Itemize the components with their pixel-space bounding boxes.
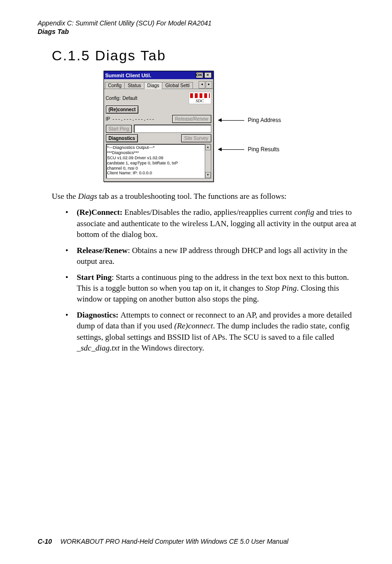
page-number: C-10 <box>38 538 52 545</box>
tab-status[interactable]: Status <box>124 82 144 89</box>
figure-area: Summit Client Util. OK × Config Status D… <box>38 71 364 182</box>
intro-paragraph: Use the Diags tab as a troubleshooting t… <box>52 191 364 202</box>
close-button[interactable]: × <box>204 72 212 78</box>
sdc-logo: SDC <box>189 92 211 104</box>
text: in the Windows directory. <box>120 343 204 352</box>
intro-italic: Diags <box>78 192 97 201</box>
dialog-body: Config: Default SDC (Re)connect IP ---.-… <box>104 89 213 181</box>
annotation-ping-address: Ping Address <box>218 117 281 123</box>
header-line2: Diags Tab <box>38 27 364 36</box>
output-scrollbar[interactable]: ▴ ▾ <box>205 144 211 178</box>
ital: _sdc_diag.txt <box>77 343 120 352</box>
arrow-left-icon <box>218 149 244 150</box>
ok-button[interactable]: OK <box>196 72 203 78</box>
tab-diags[interactable]: Diags <box>144 82 163 89</box>
site-survey-button[interactable]: Site Survey <box>181 134 211 142</box>
tab-nav-right-icon[interactable]: ▸ <box>206 81 212 89</box>
ital: Stop Ping <box>265 284 297 293</box>
tab-config[interactable]: Config <box>105 82 125 89</box>
scu-dialog: Summit Client Util. OK × Config Status D… <box>104 71 214 182</box>
term-diagnostics: Diagnostics: <box>77 311 120 319</box>
output-line: SCU v1.02.09 Driver v1.02.09 <box>107 155 210 161</box>
diagnostics-button[interactable]: Diagnostics <box>106 134 138 142</box>
term-reconnect: (Re)Connect: <box>77 208 125 217</box>
config-value: Default <box>122 96 137 101</box>
header-line1: Appendix C: Summit Client Utility (SCU) … <box>38 19 364 27</box>
tab-nav-left-icon[interactable]: ◂ <box>199 81 205 89</box>
scroll-down-icon[interactable]: ▾ <box>205 172 211 178</box>
section-heading: C.1.5 Diags Tab <box>52 48 364 64</box>
annotation-ping-results: Ping Results <box>218 146 280 153</box>
annotation-label: Ping Address <box>248 117 281 123</box>
list-item: Start Ping: Starts a continuous ping to … <box>64 272 364 305</box>
output-line: channel 0, rssi 0 <box>107 166 210 171</box>
output-line: ***Diagnostics*** <box>107 150 210 155</box>
page-footer: C-10 WORKABOUT PRO Hand-Held Computer Wi… <box>38 538 364 545</box>
list-item: Diagnostics: Attempts to connect or reco… <box>64 310 364 354</box>
diagnostics-output: *---Diagnostics Output---* ***Diagnostic… <box>106 144 211 179</box>
output-line: cardstate 1, eapType 0, bitRate 0, txP <box>107 161 210 166</box>
output-line: *---Diagnostics Output---* <box>107 145 210 150</box>
scroll-up-icon[interactable]: ▴ <box>205 144 211 150</box>
dialog-title: Summit Client Util. <box>105 73 152 78</box>
sdc-logo-text: SDC <box>189 98 211 103</box>
start-ping-button[interactable]: Start Ping <box>106 125 132 133</box>
intro-text-b: tab as a troubleshooting tool. The funct… <box>97 192 286 201</box>
titlebar: Summit Client Util. OK × <box>104 71 213 79</box>
term-start-ping: Start Ping <box>77 273 112 282</box>
release-renew-button[interactable]: Release/Renew <box>172 115 211 123</box>
term-release-renew: Release/Renew <box>77 246 128 255</box>
ital: (Re)connect <box>174 321 213 330</box>
list-item: (Re)Connect: Enables/Disables the radio,… <box>64 207 364 240</box>
page-header: Appendix C: Summit Client Utility (SCU) … <box>38 19 364 36</box>
ital: config <box>294 208 314 217</box>
footer-title: WORKABOUT PRO Hand-Held Computer With Wi… <box>60 538 288 545</box>
text: Enables/Disables the radio, applies/reap… <box>125 208 295 217</box>
arrow-left-icon <box>218 120 244 121</box>
output-line: Client Name: IP: 0.0.0.0 <box>107 171 210 176</box>
ping-address-input[interactable] <box>134 124 211 133</box>
reconnect-button[interactable]: (Re)connect <box>106 106 139 114</box>
list-item: Release/Renew: Obtains a new IP address … <box>64 245 364 267</box>
ip-value: ---.---.---.--- <box>112 116 154 122</box>
intro-text-a: Use the <box>52 192 78 201</box>
tabstrip: Config Status Diags Global Setti ◂ ▸ <box>104 79 213 89</box>
tab-global-settings[interactable]: Global Setti <box>162 82 193 89</box>
config-label: Config: <box>106 96 121 101</box>
ip-label: IP <box>106 116 110 122</box>
annotation-label: Ping Results <box>248 146 280 153</box>
bullet-list: (Re)Connect: Enables/Disables the radio,… <box>64 207 364 353</box>
